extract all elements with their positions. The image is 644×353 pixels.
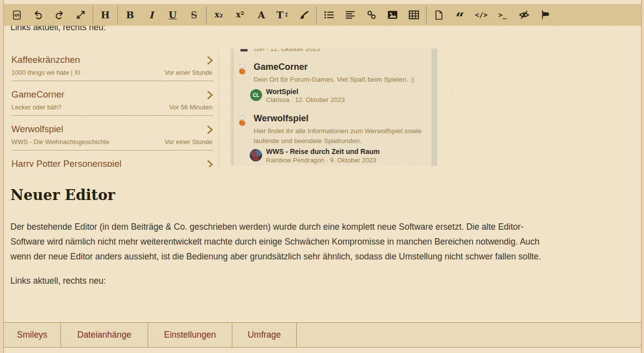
tabbar-filler: [297, 323, 641, 347]
table-icon: [409, 10, 419, 19]
screenshot-scrollbar: [431, 49, 437, 166]
avatar-initials: CL: [250, 89, 262, 101]
bold-label: B: [126, 10, 134, 20]
post-paragraph: Der bestehende Editor (in dem Beiträge &…: [10, 219, 638, 264]
subscript-button[interactable]: x₂: [208, 4, 229, 26]
tab-dateianhaenge[interactable]: Dateianhänge: [61, 323, 148, 347]
bold-button[interactable]: B: [119, 4, 141, 26]
hidden-content-button[interactable]: [513, 4, 535, 26]
tab-einstellungen[interactable]: Einstellungen: [148, 323, 232, 347]
font-size-arrow: ↕: [284, 11, 289, 18]
tab-label: Umfrage: [248, 330, 281, 340]
italic-button[interactable]: I: [141, 4, 162, 26]
board-description: Hier findet ihr alle Informationen zum W…: [254, 126, 432, 146]
screenshot-left-current[interactable]: Kaffeekränzchen 1000 things we hate | XI…: [4, 50, 219, 167]
undo-icon: [33, 10, 43, 20]
forum-title: GameCorner: [11, 89, 64, 100]
font-size-button[interactable]: T↕: [272, 4, 293, 26]
image-icon: [387, 10, 398, 19]
undo-button[interactable]: [27, 4, 49, 26]
superscript-button[interactable]: x²: [229, 4, 251, 26]
strikethrough-button[interactable]: S: [183, 4, 205, 26]
quote-button[interactable]: “: [449, 4, 471, 26]
strikethrough-label: S: [191, 10, 197, 20]
brush-icon: [299, 10, 309, 20]
forum-last-time: Vor einer Stunde: [164, 69, 213, 76]
avatar: [240, 49, 248, 51]
image-button[interactable]: [382, 4, 403, 26]
paragraph-line: Der bestehende Editor (in dem Beiträge &…: [10, 219, 638, 234]
page-icon: [434, 10, 443, 20]
source-code-button[interactable]: [6, 4, 27, 26]
font-size-label: T: [276, 10, 283, 20]
tab-umfrage[interactable]: Umfrage: [232, 323, 297, 347]
paragraph-line: wenn der neue Editor anders aussieht, is…: [10, 249, 638, 264]
toolbar-separator: [206, 6, 207, 24]
toolbar-separator: [426, 6, 427, 24]
quote-icon: “: [456, 15, 464, 21]
board-title: GameCorner: [254, 62, 308, 72]
board-fox-icon: [236, 115, 249, 128]
thread-meta: cori · 12. Oktober 2023: [254, 49, 320, 52]
link-button[interactable]: [361, 4, 382, 26]
code-icon: </>: [475, 11, 487, 18]
unordered-list-button[interactable]: [318, 4, 339, 26]
forum-title: Werwolfspiel: [11, 124, 63, 135]
source-code-icon: [12, 10, 22, 20]
avatar: [250, 149, 262, 161]
row-divider: [11, 150, 214, 151]
paragraph-line: Software wird nämlich nicht mehr weitere…: [10, 234, 638, 249]
flag-button[interactable]: [535, 4, 556, 26]
forum-last-thread: Lecker oder bäh?: [11, 103, 61, 111]
tab-label: Einstellungen: [164, 330, 216, 340]
chevron-right-icon: [207, 55, 214, 67]
forum-title: Harry Potter Personenspiel: [11, 158, 121, 167]
alignment-button[interactable]: [339, 4, 361, 26]
board-fox-icon: [236, 63, 249, 77]
chevron-right-icon: [207, 159, 214, 167]
chevron-right-icon: [207, 90, 214, 102]
redo-icon: [54, 10, 64, 20]
maximize-button[interactable]: [70, 4, 91, 26]
tab-label: Smileys: [17, 330, 47, 340]
toolbar-separator: [316, 6, 317, 24]
terminal-icon: >_: [498, 11, 507, 18]
forum-last-thread: WWS - Die Weihnachtsgeschichte: [11, 138, 109, 146]
terminal-button[interactable]: >_: [492, 4, 513, 26]
align-icon: [345, 10, 355, 19]
forum-title: Kaffeekränzchen: [11, 54, 80, 65]
forum-last-thread: 1000 things we hate | XI: [11, 69, 80, 76]
editor-bottom-tabbar: Smileys Dateianhänge Einstellungen Umfra…: [4, 322, 641, 348]
underline-button[interactable]: U: [162, 4, 183, 26]
subscript-label: x₂: [215, 11, 223, 19]
link-icon: [367, 10, 376, 20]
board-description: Dein Ort für Forum-Games. Viel Spaß beim…: [254, 75, 432, 85]
thread-meta: Clarissa · 12. Oktober 2023: [266, 96, 345, 103]
heading-button[interactable]: H: [95, 4, 116, 26]
redo-button[interactable]: [49, 4, 70, 26]
format-brush-button[interactable]: [293, 4, 315, 26]
toolbar-separator: [117, 6, 118, 24]
forum-last-time: Vor einer Stunde: [164, 138, 213, 146]
screenshot-edge: [231, 49, 234, 166]
thread-title: WWS - Reise durch Zeit und Raum: [266, 148, 379, 155]
tab-smileys[interactable]: Smileys: [4, 323, 61, 347]
editor-toolbar: H B I U S x₂ x² A T↕: [4, 4, 641, 26]
row-divider: [11, 115, 214, 116]
expand-icon: [76, 10, 86, 20]
thread-title: WortSpiel: [266, 88, 298, 96]
list-ul-icon: [324, 10, 334, 19]
heading-label: H: [101, 10, 110, 20]
board-title: Werwolfspiel: [254, 113, 309, 124]
table-button[interactable]: [403, 4, 425, 26]
screenshot-right-new[interactable]: cori · 12. Oktober 2023 GameCorner Dein …: [229, 49, 437, 166]
code-button[interactable]: </>: [471, 4, 492, 26]
thread-meta: Rainbow Pendragon · 9. Oktober 2023: [266, 156, 376, 164]
tab-label: Dateianhänge: [77, 330, 131, 340]
font-color-button[interactable]: A: [251, 4, 272, 26]
italic-label: I: [149, 10, 154, 20]
page-button[interactable]: [428, 4, 449, 26]
post-editor[interactable]: H B I U S x₂ x² A T↕: [3, 0, 642, 353]
toolbar-separator: [93, 6, 93, 24]
superscript-label: x²: [236, 11, 244, 19]
